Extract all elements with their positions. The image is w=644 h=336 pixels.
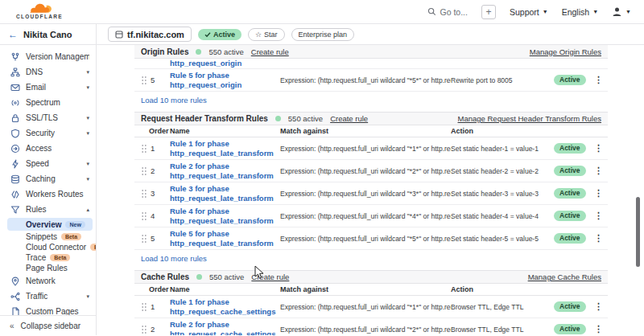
kebab-menu-button[interactable]: ⋮	[589, 75, 608, 85]
rule-row: 4 Rule 4 for phasehttp_request_late_tran…	[134, 205, 608, 227]
language-menu[interactable]: English ▼	[562, 7, 598, 17]
rule-name-link[interactable]: Rule 1 for phasehttp_request_cache_setti…	[170, 297, 280, 316]
rule-name-link[interactable]: Rule 4 for phasehttp_request_late_transf…	[170, 207, 280, 225]
beta-badge: Beta	[90, 244, 96, 251]
sidebar-subitem-label: Cloud Connector	[26, 243, 86, 252]
sidebar-item-spectrum[interactable]: Spectrum	[0, 95, 96, 110]
sidebar-item-speed[interactable]: Speed▾	[0, 156, 96, 171]
goto-search[interactable]: Go to...	[427, 7, 468, 17]
create-rule-link[interactable]: Create rule	[330, 114, 368, 123]
email-icon	[10, 83, 20, 92]
sidebar-item-access[interactable]: Access	[0, 141, 96, 156]
sidebar-item-version-management[interactable]: Version Management	[0, 49, 96, 64]
sidebar-item-label: Caching	[26, 174, 56, 183]
rule-match-expression: Expression: (http.request.full_uri wildc…	[280, 190, 451, 198]
back-arrow-icon[interactable]: ←	[8, 29, 18, 40]
rule-row: 1 Rule 1 for phasehttp_request_cache_set…	[134, 296, 608, 318]
manage-rules-link[interactable]: Manage Request Header Transform Rules	[458, 114, 601, 123]
drag-handle[interactable]	[141, 211, 149, 221]
sidebar-item-email[interactable]: Email▾	[0, 80, 96, 95]
chevron-down-icon: ▾	[86, 84, 89, 91]
scrollbar-thumb[interactable]	[636, 197, 640, 267]
sidebar-item-rules[interactable]: Rules▴	[0, 202, 96, 217]
star-icon: ☆	[255, 31, 262, 39]
manage-rules-link[interactable]: Manage Cache Rules	[528, 272, 601, 281]
main-panel: tf.nikitac.com Active ☆ Star Enterprise …	[97, 24, 644, 335]
sidebar-subitem-trace[interactable]: TraceBeta	[0, 252, 96, 263]
sidebar-subitem-label: Page Rules	[26, 264, 68, 272]
lock-icon	[10, 113, 20, 123]
traffic-icon	[10, 292, 20, 301]
sidebar-item-network[interactable]: Network	[0, 273, 96, 289]
kebab-menu-button[interactable]: ⋮	[589, 324, 608, 334]
sidebar-item-label: Rules	[26, 205, 47, 214]
create-rule-link[interactable]: Create rule	[251, 272, 289, 281]
globe-icon	[115, 31, 123, 39]
sidebar-item-label: Speed	[26, 159, 49, 168]
sidebar-nav: Version Management DNS▾ Email▾ Spectrum …	[0, 45, 96, 315]
rule-action: Set static header-3 = value-3	[451, 190, 554, 198]
chevron-down-icon: ▾	[86, 293, 89, 300]
sidebar-item-dns[interactable]: DNS▾	[0, 64, 96, 80]
chevron-down-icon: ▾	[86, 176, 89, 182]
load-more-rules-link[interactable]: Load 10 more rules	[134, 92, 608, 109]
create-rule-link[interactable]: Create rule	[251, 47, 289, 56]
support-menu[interactable]: Support ▼	[510, 7, 548, 17]
rule-name-link[interactable]: Rule 2 for phasehttp_request_late_transf…	[170, 162, 280, 180]
sidebar-subitem-cloud-connector[interactable]: Cloud ConnectorBeta	[0, 242, 96, 252]
rule-name-link[interactable]: Rule 1 for phasehttp_request_late_transf…	[170, 139, 280, 158]
rule-name-link[interactable]: Rule 3 for phasehttp_request_late_transf…	[170, 184, 280, 203]
rule-order: 5	[149, 234, 170, 243]
sidebar-item-security[interactable]: Security▾	[0, 125, 96, 141]
kebab-menu-button[interactable]: ⋮	[589, 143, 608, 154]
clipped-rule-name: http_request_origin	[170, 59, 242, 68]
drag-handle[interactable]	[141, 166, 149, 176]
star-button[interactable]: ☆ Star	[248, 28, 285, 41]
status-badge: Active	[554, 188, 586, 199]
rule-action: Browser TTL, Edge TTL	[451, 303, 554, 311]
database-icon	[10, 174, 20, 184]
cloudflare-wordmark: CLOUDFLARE	[16, 14, 63, 20]
chevron-up-icon: ▴	[86, 207, 89, 213]
sidebar-item-caching[interactable]: Caching▾	[0, 171, 96, 186]
rule-order: 1	[149, 144, 170, 153]
zone-selector[interactable]: tf.nikitac.com	[108, 27, 192, 42]
manage-rules-link[interactable]: Manage Origin Rules	[530, 47, 601, 56]
sidebar-item-workers-routes[interactable]: Workers Routes	[0, 186, 96, 202]
sidebar-item-custom-pages[interactable]: Custom Pages	[0, 304, 96, 315]
drag-handle[interactable]	[141, 325, 149, 334]
sidebar-item-label: Email	[26, 83, 46, 92]
collapse-sidebar-button[interactable]: « Collapse sidebar	[0, 315, 96, 335]
cloudflare-logo[interactable]: CLOUDFLARE	[16, 3, 63, 20]
kebab-menu-button[interactable]: ⋮	[589, 188, 608, 199]
rule-name-link[interactable]: Rule 2 for phasehttp_request_cache_setti…	[170, 320, 280, 335]
drag-handle[interactable]	[141, 76, 149, 85]
kebab-menu-button[interactable]: ⋮	[589, 211, 608, 221]
rule-name-link[interactable]: Rule 5 for phasehttp_request_origin	[170, 71, 280, 89]
kebab-menu-button[interactable]: ⋮	[589, 233, 608, 244]
drag-handle[interactable]	[141, 234, 149, 244]
drag-handle[interactable]	[141, 144, 149, 154]
dns-icon	[10, 68, 20, 77]
status-badge: Active	[554, 211, 586, 221]
add-site-button[interactable]: +	[481, 5, 496, 19]
sidebar-item-ssl-tls[interactable]: SSL/TLS▾	[0, 110, 96, 125]
account-menu[interactable]: ▼	[612, 6, 631, 17]
rule-name-link[interactable]: Rule 5 for phasehttp_request_late_transf…	[170, 229, 280, 248]
sidebar-item-traffic[interactable]: Traffic▾	[0, 289, 96, 304]
rule-row: 1 Rule 1 for phasehttp_request_late_tran…	[134, 137, 608, 160]
sidebar-subitem-snippets[interactable]: SnippetsBeta	[0, 232, 96, 242]
column-order: Order	[149, 127, 170, 135]
goto-label: Go to...	[440, 7, 468, 17]
rule-order: 2	[149, 325, 170, 334]
load-more-rules-link[interactable]: Load 10 more rules	[134, 250, 608, 268]
kebab-menu-button[interactable]: ⋮	[589, 301, 608, 312]
sidebar-subitem-overview[interactable]: OverviewNew	[7, 218, 93, 231]
sidebar-subitem-page-rules[interactable]: Page Rules	[0, 263, 96, 273]
drag-handle[interactable]	[141, 302, 149, 312]
check-icon	[204, 31, 211, 38]
kebab-menu-button[interactable]: ⋮	[589, 166, 608, 176]
drag-handle[interactable]	[141, 189, 149, 199]
rule-match-expression: Expression: (http.request.full_uri wildc…	[280, 235, 451, 243]
collapse-chevrons-icon: «	[10, 322, 14, 330]
